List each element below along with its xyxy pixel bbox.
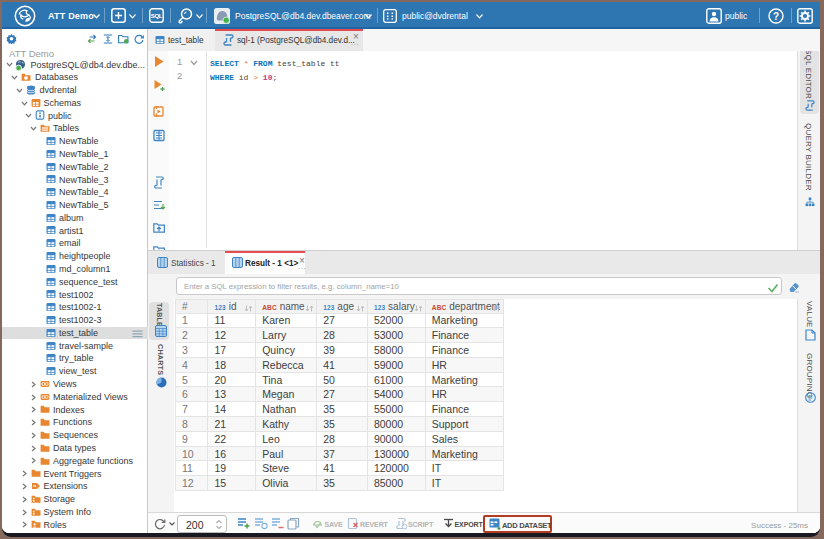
svg-text:SQL: SQL [151,12,163,19]
svg-text:?: ? [773,10,779,21]
